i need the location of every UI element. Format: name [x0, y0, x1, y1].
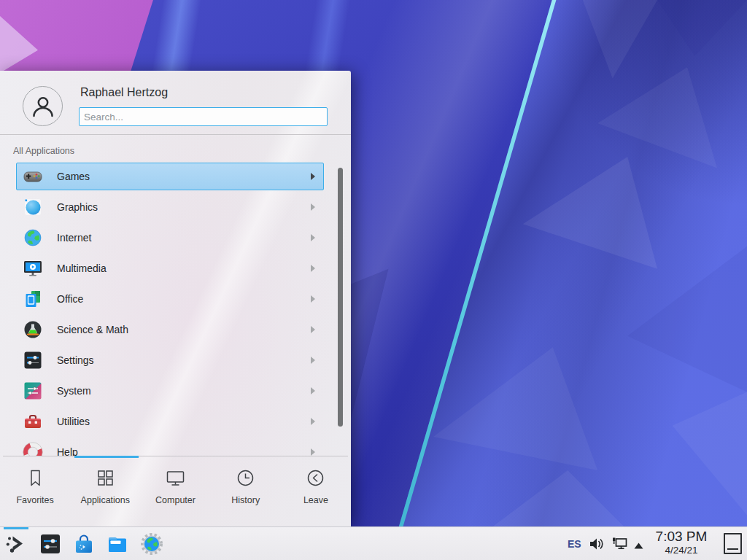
gamepad-icon [23, 166, 43, 187]
category-row-science[interactable]: Science & Math [0, 314, 351, 345]
category-row-settings[interactable]: Settings [0, 345, 351, 376]
submenu-arrow-icon [311, 234, 315, 241]
category-label: Games [57, 171, 90, 182]
section-label: All Applications [13, 146, 74, 156]
category-label: Utilities [57, 416, 90, 427]
discover-button[interactable] [72, 532, 96, 556]
category-label: Science & Math [57, 324, 128, 335]
submenu-arrow-icon [311, 326, 315, 333]
category-row-multimedia[interactable]: Multimedia [0, 253, 351, 284]
submenu-arrow-icon [311, 265, 315, 272]
web-browser-button[interactable] [140, 532, 163, 556]
system-settings-icon [39, 532, 62, 556]
keyboard-layout-indicator[interactable]: ES [568, 538, 581, 550]
discover-icon [72, 532, 96, 556]
tab-label: Leave [303, 495, 328, 505]
category-label: Graphics [57, 201, 98, 213]
documents-icon [23, 289, 43, 309]
user-name: Raphael Hertzog [80, 86, 168, 99]
application-launcher-menu: Raphael Hertzog All Applications Games [0, 71, 351, 526]
tab-leave[interactable]: Leave [281, 458, 351, 526]
network-icon[interactable] [611, 535, 629, 556]
virtual-desktop-pager[interactable] [724, 533, 742, 554]
tab-applications[interactable]: Applications [70, 458, 140, 526]
category-row-utilities[interactable]: Utilities [0, 406, 351, 437]
clock-icon [236, 468, 255, 488]
toolbox-icon [23, 411, 43, 432]
folder-icon [106, 532, 129, 556]
tab-favorites[interactable]: Favorites [0, 458, 70, 526]
expand-tray-caret-icon[interactable] [633, 540, 644, 553]
monitor-icon [166, 468, 185, 488]
category-row-help[interactable]: Help [0, 437, 351, 456]
submenu-arrow-icon [311, 203, 315, 211]
category-row-system[interactable]: System [0, 376, 351, 406]
submenu-arrow-icon [311, 295, 315, 303]
globe-icon [23, 228, 43, 248]
kde-launcher-icon [4, 532, 28, 556]
lifebuoy-icon [23, 442, 43, 456]
volume-icon[interactable] [588, 535, 605, 556]
category-row-graphics[interactable]: Graphics [0, 192, 351, 222]
category-label: Multimedia [57, 262, 107, 274]
taskbar-panel: ES 7:03 PM 4/24/21 [0, 526, 747, 560]
user-avatar[interactable] [23, 86, 63, 126]
tabbar-separator [3, 456, 348, 456]
launcher-header: Raphael Hertzog [0, 71, 351, 135]
category-label: System [57, 385, 91, 397]
category-label: Settings [57, 354, 94, 366]
clock-date: 4/24/21 [648, 545, 715, 556]
application-launcher-button[interactable] [4, 532, 28, 556]
submenu-arrow-icon [311, 387, 315, 394]
file-manager-button[interactable] [106, 532, 129, 556]
bookmark-icon [26, 468, 45, 488]
multimedia-icon [23, 258, 43, 279]
list-scrollbar[interactable] [338, 168, 343, 427]
tab-label: Favorites [16, 495, 53, 505]
submenu-arrow-icon [311, 357, 315, 364]
system-settings-button[interactable] [39, 532, 62, 556]
tab-label: History [231, 495, 260, 505]
category-row-games[interactable]: Games [0, 161, 351, 192]
flask-icon [23, 319, 43, 340]
submenu-arrow-icon [311, 173, 315, 180]
category-label: Internet [57, 232, 91, 244]
sphere-icon [23, 197, 43, 217]
system-icon [23, 381, 43, 401]
digital-clock[interactable]: 7:03 PM 4/24/21 [648, 529, 715, 556]
search-input[interactable] [79, 107, 328, 126]
browser-globe-icon [140, 532, 163, 556]
launcher-active-indicator [4, 527, 28, 529]
header-separator [0, 134, 351, 135]
launcher-tab-bar: Favorites Applications Computer [0, 458, 351, 526]
tab-history[interactable]: History [211, 458, 281, 526]
tab-label: Applications [81, 495, 130, 505]
grid-icon [96, 468, 115, 488]
category-label: Help [57, 446, 78, 456]
submenu-arrow-icon [311, 418, 315, 425]
category-list: Games Graphics [0, 161, 351, 456]
submenu-arrow-icon [311, 448, 315, 456]
tab-label: Computer [155, 495, 196, 505]
leave-icon [306, 468, 325, 488]
category-row-office[interactable]: Office [0, 284, 351, 314]
tab-computer[interactable]: Computer [140, 458, 210, 526]
pager-window-marker [727, 548, 738, 550]
category-label: Office [57, 293, 83, 305]
sliders-icon [23, 350, 43, 370]
category-row-internet[interactable]: Internet [0, 222, 351, 253]
user-icon [30, 93, 56, 120]
clock-time: 7:03 PM [648, 529, 715, 544]
